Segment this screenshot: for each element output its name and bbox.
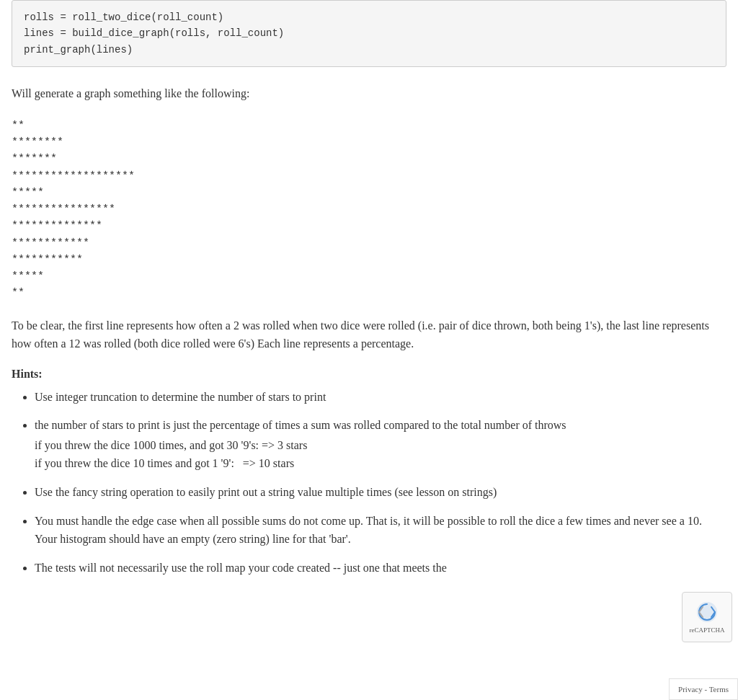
hint-main-3: You must handle the edge case when all p…	[35, 515, 702, 546]
page-wrapper: rolls = roll_two_dice(roll_count) lines …	[0, 0, 738, 616]
privacy-bar: Privacy - Terms	[669, 678, 738, 700]
star-row-7: ************	[12, 235, 726, 252]
star-row-4: *****	[12, 185, 726, 201]
hints-heading: Hints:	[12, 368, 726, 381]
hint-main-1: the number of stars to print is just the…	[35, 419, 566, 431]
hint-item-1: the number of stars to print is just the…	[35, 416, 726, 473]
hint-item-4: The tests will not necessarily use the r…	[35, 559, 726, 577]
star-row-1: ********	[12, 134, 726, 151]
hints-list: Use integer truncation to determine the …	[12, 388, 726, 577]
code-line-1: rolls = roll_two_dice(roll_count)	[24, 12, 223, 23]
explanation-text: To be clear, the first line represents h…	[12, 316, 726, 353]
hint-item-3: You must handle the edge case when all p…	[35, 512, 726, 549]
hint-main-0: Use integer truncation to determine the …	[35, 391, 326, 403]
code-block: rolls = roll_two_dice(roll_count) lines …	[12, 0, 726, 67]
hint-main-4: The tests will not necessarily use the r…	[35, 562, 447, 574]
hint-main-2: Use the fancy string operation to easily…	[35, 486, 497, 498]
star-row-9: *****	[12, 268, 726, 285]
star-row-3: *******************	[12, 168, 726, 185]
star-row-0: **	[12, 118, 726, 134]
recaptcha-label: reCAPTCHA	[690, 626, 725, 634]
hint-sub-1: if you threw the dice 1000 times, and go…	[35, 436, 726, 473]
privacy-terms-text: Privacy - Terms	[678, 685, 729, 694]
code-line-3: print_graph(lines)	[24, 44, 133, 56]
star-row-5: ****************	[12, 201, 726, 218]
hint-item-2: Use the fancy string operation to easily…	[35, 483, 726, 502]
intro-text: Will generate a graph something like the…	[12, 84, 726, 103]
star-row-10: **	[12, 285, 726, 301]
hint-item-0: Use integer truncation to determine the …	[35, 388, 726, 407]
star-row-2: *******	[12, 151, 726, 167]
recaptcha-widget[interactable]: reCAPTCHA	[682, 592, 732, 642]
hints-section: Hints: Use integer truncation to determi…	[12, 368, 726, 577]
star-graph: ** ******** ******* ******************* …	[12, 118, 726, 302]
recaptcha-logo-icon	[695, 601, 719, 624]
code-line-2: lines = build_dice_graph(rolls, roll_cou…	[24, 27, 284, 39]
star-row-6: **************	[12, 218, 726, 234]
star-row-8: ***********	[12, 252, 726, 268]
